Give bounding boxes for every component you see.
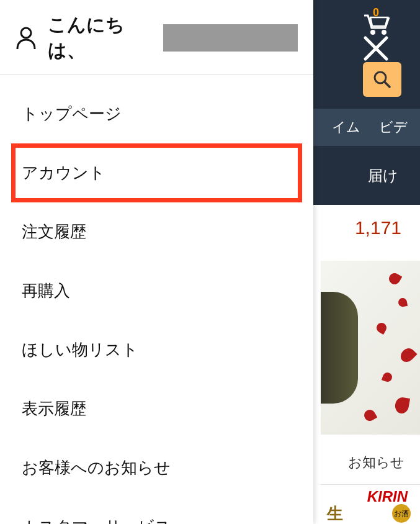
drawer-header[interactable]: こんにちは、 bbox=[0, 0, 313, 75]
bg-advertisement[interactable]: KIRIN 生 お酒 bbox=[321, 484, 420, 524]
close-icon[interactable] bbox=[362, 34, 390, 63]
menu-item-account[interactable]: アカウント bbox=[11, 143, 302, 202]
username-redacted bbox=[163, 24, 298, 52]
menu-item-wishlist[interactable]: ほしい物リスト bbox=[0, 320, 313, 379]
user-icon bbox=[16, 26, 37, 50]
greeting-text: こんにちは、 bbox=[48, 12, 298, 63]
ad-badge: お酒 bbox=[392, 504, 411, 523]
menu-item-notifications[interactable]: お客様へのお知らせ bbox=[0, 438, 313, 497]
greeting-prefix: こんにちは、 bbox=[48, 12, 158, 63]
nav-item[interactable]: ビデ bbox=[379, 118, 408, 137]
svg-line-3 bbox=[385, 82, 390, 87]
search-button[interactable] bbox=[363, 62, 401, 97]
bg-notice-text: お知らせ bbox=[348, 453, 404, 472]
menu-item-history[interactable]: 表示履歴 bbox=[0, 379, 313, 438]
bg-price: 1,171 bbox=[355, 217, 401, 238]
nav-item[interactable]: イム bbox=[332, 118, 360, 137]
ad-main-text: 生 bbox=[327, 503, 343, 524]
menu-item-top[interactable]: トップページ bbox=[0, 84, 313, 143]
menu-item-customer-service[interactable]: カスタマーサービス bbox=[0, 497, 313, 524]
cart-icon[interactable]: 0 bbox=[360, 6, 391, 37]
subnav-text[interactable]: 届け bbox=[368, 166, 398, 186]
menu-item-buy-again[interactable]: 再購入 bbox=[0, 261, 313, 320]
drawer-menu-list: トップページ アカウント 注文履歴 再購入 ほしい物リスト 表示履歴 お客様への… bbox=[0, 75, 313, 524]
ad-brand-text: KIRIN bbox=[367, 488, 408, 505]
cart-count: 0 bbox=[373, 6, 379, 19]
menu-item-orders[interactable]: 注文履歴 bbox=[0, 202, 313, 261]
side-drawer: こんにちは、 トップページ アカウント 注文履歴 再購入 ほしい物リスト 表示履… bbox=[0, 0, 313, 524]
bg-decorative-image bbox=[321, 261, 420, 435]
svg-point-6 bbox=[21, 28, 31, 38]
